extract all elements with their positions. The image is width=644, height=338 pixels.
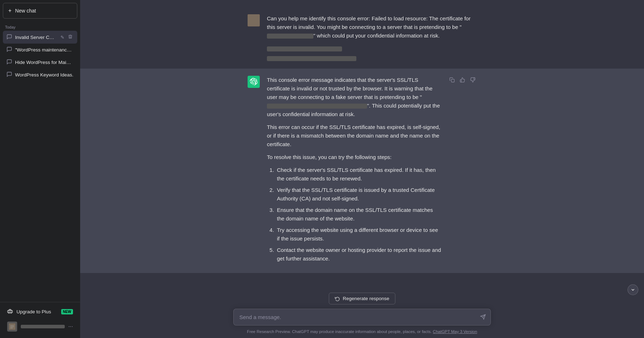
- send-button[interactable]: [479, 313, 487, 322]
- svg-rect-5: [249, 16, 258, 25]
- assistant-paragraph2: This error can occur if the SSL/TLS cert…: [267, 123, 441, 149]
- user-text: [21, 325, 65, 328]
- thumbs-up-button[interactable]: [459, 76, 466, 84]
- new-chat-button[interactable]: + New chat: [3, 3, 77, 19]
- user-avatar: [7, 322, 17, 332]
- today-section-label: Today: [0, 21, 80, 31]
- delete-chat-button-1[interactable]: [67, 34, 74, 41]
- user-info[interactable]: ···: [3, 318, 77, 335]
- svg-rect-2: [10, 327, 14, 327]
- chat-item-text-2: "WordPress maintenance plug: [15, 47, 74, 53]
- redacted-domain-1: [267, 34, 313, 39]
- upgrade-to-plus-button[interactable]: Upgrade to Plus NEW: [3, 305, 77, 318]
- regenerate-row: Regenerate response: [87, 293, 637, 304]
- svg-rect-7: [452, 79, 454, 82]
- chat-item-text-1: Invalid Server Certificat: [15, 35, 57, 40]
- chat-item-text-4: WordPress Keyword Ideas.: [15, 72, 74, 78]
- gpt-avatar-icon: [248, 76, 260, 88]
- step-2: Verify that the SSL/TLS certificate is i…: [275, 186, 441, 203]
- chat-icon-2: [6, 46, 12, 53]
- upgrade-label: Upgrade to Plus: [16, 309, 51, 314]
- message-input[interactable]: [233, 309, 491, 325]
- user-avatar-icon: [248, 14, 260, 26]
- sidebar-item-chat-3[interactable]: Hide WordPress for Maintenan: [3, 56, 77, 69]
- step-5: Contact the website owner or hosting pro…: [275, 246, 441, 263]
- assistant-intro-text: This console error message indicates tha…: [267, 76, 441, 119]
- chat-icon-4: [6, 71, 12, 78]
- input-row: [233, 309, 491, 327]
- user-message-wrapper: Can you help me identify this console er…: [80, 7, 644, 69]
- chat-messages: Can you help me identify this console er…: [80, 0, 644, 288]
- more-icon[interactable]: ···: [68, 323, 73, 330]
- step-1: Check if the server's SSL/TLS certificat…: [275, 166, 441, 183]
- bottom-area: Regenerate response Free Research Previe…: [80, 288, 644, 338]
- edit-chat-button-1[interactable]: ✎: [59, 34, 65, 41]
- redacted-line-1: [267, 46, 342, 51]
- assistant-message-wrapper: This console error message indicates tha…: [80, 69, 644, 273]
- chat-icon-3: [6, 59, 12, 66]
- svg-rect-4: [248, 14, 260, 26]
- sidebar-item-chat-4[interactable]: WordPress Keyword Ideas.: [3, 69, 77, 81]
- new-badge: NEW: [61, 309, 73, 314]
- user-message-redacted-lines: [267, 44, 477, 61]
- copy-button[interactable]: [448, 76, 456, 84]
- assistant-message-inner: This console error message indicates tha…: [233, 76, 491, 266]
- sidebar-bottom: Upgrade to Plus NEW ···: [0, 302, 80, 338]
- main-content: Can you help me identify this console er…: [80, 0, 644, 338]
- chat-history-list: Invalid Server Certificat ✎ "WordPress m…: [0, 31, 80, 302]
- scroll-down-button[interactable]: [628, 284, 638, 295]
- assistant-message-actions: [448, 76, 477, 84]
- regenerate-label: Regenerate response: [343, 296, 389, 301]
- sidebar-item-chat-2[interactable]: "WordPress maintenance plug: [3, 44, 77, 56]
- footer-link[interactable]: ChatGPT May 3 Version: [433, 329, 477, 334]
- assistant-message-content: This console error message indicates tha…: [267, 76, 441, 266]
- svg-rect-1: [10, 325, 14, 326]
- new-chat-label: New chat: [15, 8, 36, 14]
- footer-text: Free Research Preview. ChatGPT may produ…: [87, 329, 637, 335]
- step-4: Try accessing the website using a differ…: [275, 226, 441, 243]
- sidebar-item-chat-1[interactable]: Invalid Server Certificat ✎: [3, 31, 77, 44]
- chat-item-actions-1: ✎: [59, 34, 74, 41]
- assistant-paragraph3: To resolve this issue, you can try the f…: [267, 153, 441, 161]
- svg-rect-3: [10, 328, 13, 328]
- regenerate-button[interactable]: Regenerate response: [329, 293, 395, 304]
- chat-item-text-3: Hide WordPress for Maintenan: [15, 60, 74, 65]
- chat-icon-1: [6, 34, 12, 41]
- plus-icon: +: [8, 8, 11, 14]
- user-message-text: Can you help me identify this console er…: [267, 14, 477, 40]
- user-message-inner: Can you help me identify this console er…: [233, 14, 491, 61]
- assistant-steps-list: Check if the server's SSL/TLS certificat…: [267, 166, 441, 263]
- user-message-content: Can you help me identify this console er…: [267, 14, 477, 61]
- sidebar: + New chat Today Invalid Server Certific…: [0, 0, 80, 338]
- redacted-line-2: [267, 56, 356, 61]
- thumbs-down-button[interactable]: [469, 76, 477, 84]
- redacted-domain-2: [267, 104, 367, 109]
- step-3: Ensure that the domain name on the SSL/T…: [275, 206, 441, 223]
- svg-rect-6: [250, 16, 258, 24]
